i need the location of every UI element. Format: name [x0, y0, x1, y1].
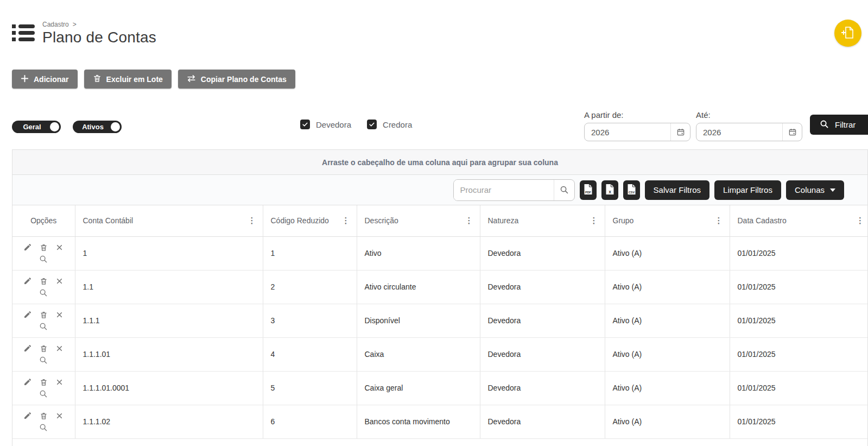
view-details-button[interactable] — [37, 422, 49, 433]
clear-filters-button[interactable]: Limpar Filtros — [714, 180, 781, 200]
column-menu-icon[interactable]: ⋮ — [854, 215, 866, 227]
column-menu-icon[interactable]: ⋮ — [246, 215, 258, 227]
deactivate-button[interactable] — [53, 410, 65, 421]
table-row: 1.1.1.02 6 Bancos conta movimento Devedo… — [12, 405, 868, 438]
deactivate-button[interactable] — [53, 343, 65, 354]
date-from-label: A partir de: — [584, 110, 690, 120]
cell-data-cadastro: 01/01/2025 — [730, 337, 868, 371]
column-menu-icon[interactable]: ⋮ — [713, 215, 725, 227]
chevron-down-icon — [830, 189, 835, 192]
delete-button[interactable] — [37, 376, 49, 387]
column-menu-icon[interactable]: ⋮ — [340, 215, 352, 227]
cell-grupo: Ativo (A) — [605, 405, 730, 438]
date-to-input[interactable] — [696, 123, 782, 141]
calendar-icon[interactable] — [782, 123, 802, 141]
edit-button[interactable] — [22, 343, 34, 354]
export-excel-button[interactable]: X — [601, 180, 618, 200]
column-header-descricao[interactable]: Descrição⋮ — [357, 205, 480, 236]
edit-button[interactable] — [22, 410, 34, 421]
cell-data-cadastro: 01/01/2025 — [730, 371, 868, 405]
cell-data-cadastro: 01/01/2025 — [730, 270, 868, 304]
toggle-geral[interactable]: Geral — [12, 121, 61, 133]
save-filters-button[interactable]: Salvar Filtros — [645, 180, 710, 200]
search-input[interactable] — [454, 180, 554, 200]
table-row: 1.1.1.01.0001 5 Caixa geral Devedora Ati… — [12, 371, 868, 405]
toggle-ativos[interactable]: Ativos — [73, 121, 122, 133]
deactivate-button[interactable] — [53, 242, 65, 253]
cell-opcoes — [12, 405, 75, 438]
table-row: 1.1.1 3 Disponível Devedora Ativo (A) 01… — [12, 304, 868, 337]
breadcrumb-cadastro[interactable]: Cadastro — [42, 21, 69, 28]
checked-checkbox-icon — [367, 120, 377, 129]
cell-grupo: Ativo (A) — [605, 371, 730, 405]
delete-button[interactable] — [37, 275, 49, 286]
bulk-delete-button[interactable]: Excluir em Lote — [84, 70, 172, 89]
cell-conta-contabil: 1.1.1.01.0001 — [75, 371, 263, 405]
trash-icon — [93, 74, 102, 84]
delete-button[interactable] — [37, 410, 49, 421]
group-drop-zone[interactable]: Arraste o cabeçalho de uma coluna aqui p… — [12, 150, 867, 175]
new-document-badge-button[interactable] — [834, 20, 861, 47]
export-pdf-button[interactable]: PDF — [580, 180, 597, 200]
svg-text:PDF: PDF — [585, 190, 591, 193]
cell-codigo-reduzido: 6 — [263, 405, 357, 438]
cell-conta-contabil: 1.1.1 — [75, 304, 263, 337]
column-header-natureza[interactable]: Natureza⋮ — [480, 205, 605, 236]
export-csv-button[interactable]: CSV — [623, 180, 640, 200]
column-header-conta-contabil[interactable]: Conta Contábil⋮ — [75, 205, 263, 236]
accounts-table: Opções Conta Contábil⋮ Código Reduzido⋮ … — [12, 205, 868, 439]
grid-search-box — [453, 179, 575, 201]
edit-button[interactable] — [22, 275, 34, 286]
column-header-codigo-reduzido[interactable]: Código Reduzido⋮ — [263, 205, 357, 236]
cell-descricao: Ativo — [357, 236, 480, 270]
cell-codigo-reduzido: 5 — [263, 371, 357, 405]
cell-descricao: Bancos conta movimento — [357, 405, 480, 438]
column-header-data-cadastro[interactable]: Data Cadastro⋮ — [730, 205, 868, 236]
chart-of-accounts-list-icon — [12, 24, 36, 45]
view-details-button[interactable] — [37, 254, 49, 265]
delete-button[interactable] — [37, 309, 49, 320]
cell-natureza: Devedora — [480, 270, 605, 304]
edit-button[interactable] — [22, 242, 34, 253]
view-details-button[interactable] — [37, 388, 49, 399]
column-menu-icon[interactable]: ⋮ — [463, 215, 476, 227]
date-from-input[interactable] — [585, 123, 670, 141]
column-menu-icon[interactable]: ⋮ — [588, 215, 600, 227]
view-details-button[interactable] — [37, 321, 49, 332]
table-row: 1 1 Ativo Devedora Ativo (A) 01/01/2025 — [12, 236, 868, 270]
cell-natureza: Devedora — [480, 304, 605, 337]
cell-opcoes — [12, 371, 75, 405]
checked-checkbox-icon — [300, 120, 310, 129]
deactivate-button[interactable] — [53, 275, 65, 286]
deactivate-button[interactable] — [53, 309, 65, 320]
column-header-grupo[interactable]: Grupo⋮ — [605, 205, 730, 236]
add-button[interactable]: Adicionar — [12, 70, 78, 89]
cell-descricao: Caixa — [357, 337, 480, 371]
plus-icon — [21, 74, 29, 84]
cell-opcoes — [12, 304, 75, 337]
cell-grupo: Ativo (A) — [605, 304, 730, 337]
deactivate-button[interactable] — [53, 376, 65, 387]
checkbox-credora[interactable]: Credora — [367, 120, 412, 129]
column-header-opcoes[interactable]: Opções — [12, 205, 75, 236]
cell-opcoes — [12, 236, 75, 270]
cell-codigo-reduzido: 1 — [263, 236, 357, 270]
cell-natureza: Devedora — [480, 236, 605, 270]
checkbox-devedora[interactable]: Devedora — [300, 120, 351, 129]
filter-button[interactable]: Filtrar — [810, 115, 868, 135]
delete-button[interactable] — [37, 343, 49, 354]
csv-file-icon: CSV — [627, 184, 636, 197]
delete-button[interactable] — [37, 242, 49, 253]
copy-chart-of-accounts-button[interactable]: Copiar Plano de Contas — [178, 70, 295, 89]
cell-codigo-reduzido: 2 — [263, 270, 357, 304]
edit-button[interactable] — [22, 376, 34, 387]
filter-row: Geral Ativos Devedora — [12, 110, 868, 144]
cell-conta-contabil: 1.1.1.02 — [75, 405, 263, 438]
view-details-button[interactable] — [37, 287, 49, 298]
cell-conta-contabil: 1.1.1.01 — [75, 337, 263, 371]
table-row: 1.1 2 Ativo circulante Devedora Ativo (A… — [12, 270, 868, 304]
calendar-icon[interactable] — [670, 123, 690, 141]
columns-menu-button[interactable]: Colunas — [786, 180, 844, 200]
view-details-button[interactable] — [37, 355, 49, 366]
edit-button[interactable] — [22, 309, 34, 320]
